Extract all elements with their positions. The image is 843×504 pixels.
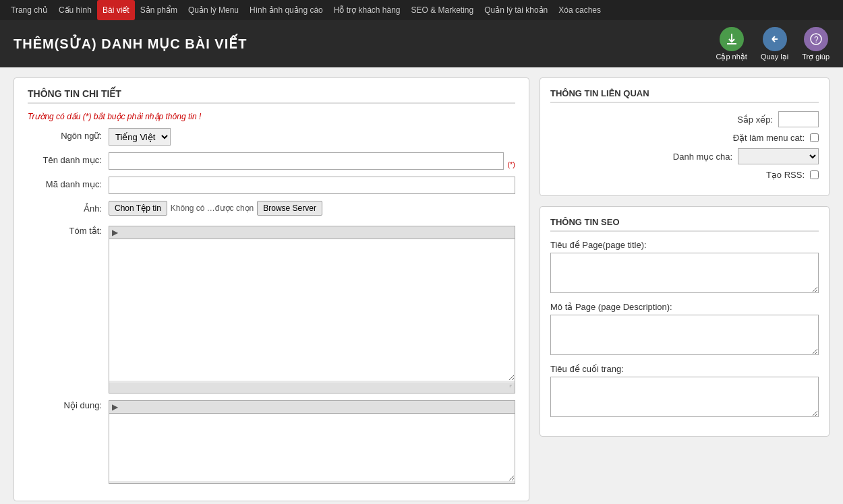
quay-lai-label: Quay lại bbox=[761, 53, 788, 61]
mo-ta-page-textarea[interactable] bbox=[550, 315, 819, 355]
tro-giup-button[interactable]: ? Trợ giúp bbox=[802, 27, 830, 61]
tom-tat-editor-wrapper: ▶ ⌜ bbox=[109, 226, 515, 393]
tom-tat-editor: ▶ ⌜ bbox=[109, 226, 515, 393]
sap-xep-input[interactable] bbox=[778, 111, 819, 127]
anh-control: Chon Tệp tin Không có …được chọn Browse … bbox=[109, 201, 515, 216]
tieu-de-cuoi-group: Tiêu đề cuối trang: bbox=[550, 364, 819, 419]
svg-rect-0 bbox=[727, 43, 736, 44]
ma-danh-muc-row: Mã danh mục: bbox=[28, 177, 515, 194]
dat-lam-menu-row: Đặt làm menu cat: bbox=[550, 133, 819, 143]
tao-rss-row: Tạo RSS: bbox=[550, 170, 819, 180]
left-panel: THÔNG TIN CHI TIẾT Trường có dấu (*) bắt… bbox=[13, 77, 529, 501]
dat-lam-menu-label: Đặt làm menu cat: bbox=[733, 133, 810, 143]
mo-ta-page-label: Mô tả Page (page Description): bbox=[550, 302, 819, 312]
anh-row: Ảnh: Chon Tệp tin Không có …được chọn Br… bbox=[28, 201, 515, 216]
nav-san-pham[interactable]: Sản phẩm bbox=[135, 0, 183, 20]
tieu-de-page-textarea[interactable] bbox=[550, 253, 819, 293]
tao-rss-label: Tạo RSS: bbox=[766, 170, 810, 180]
top-navigation: Trang chủ Cấu hình Bài viết Sản phẩm Quả… bbox=[0, 0, 843, 20]
browse-server-button[interactable]: Browse Server bbox=[257, 201, 322, 216]
nav-bai-viet[interactable]: Bài viết bbox=[97, 0, 135, 20]
nav-quan-ly-menu[interactable]: Quản lý Menu bbox=[183, 0, 244, 20]
ten-danh-muc-label: Tên danh mục: bbox=[28, 152, 109, 165]
quay-lai-button[interactable]: Quay lại bbox=[761, 27, 788, 61]
tro-giup-label: Trợ giúp bbox=[802, 53, 830, 61]
tao-rss-checkbox[interactable] bbox=[810, 170, 819, 179]
svg-text:?: ? bbox=[814, 35, 819, 44]
tom-tat-toolbar: ▶ bbox=[109, 226, 515, 239]
left-panel-title: THÔNG TIN CHI TIẾT bbox=[28, 88, 515, 104]
tom-tat-label: Tóm tắt: bbox=[28, 226, 109, 236]
noi-dung-row: Nội dung: ▶ bbox=[28, 400, 515, 484]
ma-danh-muc-control bbox=[109, 177, 515, 194]
required-note: Trường có dấu (*) bắt buộc phải nhập thô… bbox=[28, 112, 515, 121]
ten-danh-muc-control bbox=[109, 152, 504, 170]
ma-danh-muc-input[interactable] bbox=[109, 177, 515, 194]
ngon-ngu-select[interactable]: Tiếng Việt English bbox=[109, 128, 171, 146]
noi-dung-label: Nội dung: bbox=[28, 400, 109, 410]
sap-xep-row: Sắp xếp: bbox=[550, 111, 819, 127]
nav-hinh-anh[interactable]: Hình ảnh quảng cáo bbox=[244, 0, 328, 20]
ten-danh-muc-required: (*) bbox=[507, 160, 515, 170]
danh-muc-cha-row: Danh mục cha: bbox=[550, 148, 819, 164]
anh-label: Ảnh: bbox=[28, 201, 109, 214]
ngon-ngu-control: Tiếng Việt English bbox=[109, 128, 515, 146]
noi-dung-toolbar: ▶ bbox=[109, 401, 515, 414]
nav-xoa-caches[interactable]: Xóa caches bbox=[553, 0, 606, 20]
noi-dung-editor: ▶ bbox=[109, 400, 515, 484]
nav-trang-chu[interactable]: Trang chủ bbox=[5, 0, 53, 20]
noi-dung-textarea[interactable] bbox=[109, 414, 515, 481]
info-seo-box: THÔNG TIN SEO Tiêu đề Page(page title): … bbox=[540, 206, 830, 437]
quay-lai-icon bbox=[763, 27, 787, 51]
noi-dung-editor-wrapper: ▶ bbox=[109, 400, 515, 484]
sap-xep-label: Sắp xếp: bbox=[737, 115, 778, 125]
page-title: THÊM(SỬA) DANH MỤC BÀI VIẾT bbox=[13, 36, 247, 52]
nav-seo[interactable]: SEO & Marketing bbox=[406, 0, 479, 20]
danh-muc-cha-label: Danh mục cha: bbox=[673, 152, 738, 162]
tom-tat-textarea[interactable] bbox=[109, 239, 515, 381]
file-name-display: Không có …được chọn bbox=[171, 203, 254, 213]
right-panel: THÔNG TIN LIÊN QUAN Sắp xếp: Đặt làm men… bbox=[540, 77, 830, 501]
nav-tai-khoan[interactable]: Quản lý tài khoản bbox=[479, 0, 553, 20]
tom-tat-resize: ⌜ bbox=[109, 383, 515, 393]
mo-ta-page-group: Mô tả Page (page Description): bbox=[550, 302, 819, 357]
nav-ho-tro[interactable]: Hỗ trợ khách hàng bbox=[328, 0, 406, 20]
file-row: Chon Tệp tin Không có …được chọn Browse … bbox=[109, 201, 515, 216]
info-seo-title: THÔNG TIN SEO bbox=[550, 217, 819, 232]
tieu-de-page-label: Tiêu đề Page(page title): bbox=[550, 240, 819, 250]
header-bar: THÊM(SỬA) DANH MỤC BÀI VIẾT Cập nhật Qua… bbox=[0, 20, 843, 67]
tieu-de-page-group: Tiêu đề Page(page title): bbox=[550, 240, 819, 295]
nav-cau-hinh[interactable]: Cấu hình bbox=[53, 0, 97, 20]
tom-tat-row: Tóm tắt: ▶ ⌜ bbox=[28, 226, 515, 393]
main-content: THÔNG TIN CHI TIẾT Trường có dấu (*) bắt… bbox=[0, 67, 843, 504]
tro-giup-icon: ? bbox=[804, 27, 828, 51]
dat-lam-menu-checkbox[interactable] bbox=[810, 133, 819, 142]
ngon-ngu-label: Ngôn ngữ: bbox=[28, 128, 109, 141]
cap-nhat-icon bbox=[720, 27, 744, 51]
cap-nhat-label: Cập nhật bbox=[716, 53, 747, 61]
cap-nhat-button[interactable]: Cập nhật bbox=[716, 27, 747, 61]
tieu-de-cuoi-label: Tiêu đề cuối trang: bbox=[550, 364, 819, 374]
danh-muc-cha-select[interactable] bbox=[738, 148, 819, 164]
ngon-ngu-row: Ngôn ngữ: Tiếng Việt English bbox=[28, 128, 515, 146]
info-lien-quan-title: THÔNG TIN LIÊN QUAN bbox=[550, 88, 819, 103]
header-actions: Cập nhật Quay lại ? Trợ giúp bbox=[716, 27, 830, 61]
chon-tep-button[interactable]: Chon Tệp tin bbox=[109, 201, 167, 216]
ten-danh-muc-input[interactable] bbox=[109, 152, 504, 170]
noi-dung-scroll-btn[interactable]: ▶ bbox=[112, 402, 118, 412]
tom-tat-scroll-btn[interactable]: ▶ bbox=[112, 228, 118, 237]
info-lien-quan-box: THÔNG TIN LIÊN QUAN Sắp xếp: Đặt làm men… bbox=[540, 77, 830, 196]
tieu-de-cuoi-textarea[interactable] bbox=[550, 377, 819, 417]
ma-danh-muc-label: Mã danh mục: bbox=[28, 177, 109, 189]
ten-danh-muc-row: Tên danh mục: (*) bbox=[28, 152, 515, 170]
